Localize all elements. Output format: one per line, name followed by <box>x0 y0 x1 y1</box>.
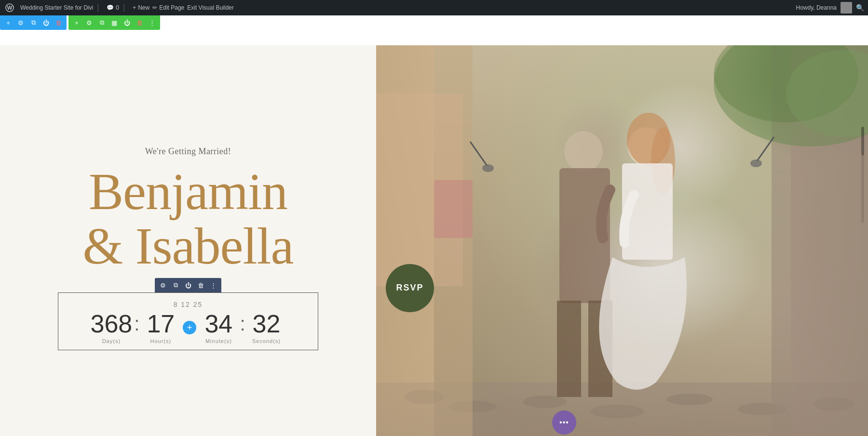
right-panel: RSVP ••• <box>376 45 868 436</box>
svg-rect-23 <box>557 301 581 397</box>
wp-logo: W <box>4 2 15 13</box>
seconds-label: Second(s) <box>252 338 281 344</box>
exit-builder-link[interactable]: Exit Visual Builder <box>187 4 234 11</box>
user-greeting: Howdy, Deanna <box>796 4 837 11</box>
left-panel: We're Getting Married! Benjamin & Isabel… <box>0 45 376 436</box>
couple-names: Benjamin & Isabella <box>83 164 294 274</box>
svg-point-18 <box>482 164 494 172</box>
pencil-icon: ✏ <box>152 4 157 11</box>
days-label: Day(s) <box>102 338 121 344</box>
separator-2: | <box>123 3 125 12</box>
module-disable-button[interactable]: ⏻ <box>183 280 193 291</box>
scroll-thumb <box>861 127 864 156</box>
countdown-hours: 17 Hour(s) <box>141 311 180 344</box>
scroll-hint <box>861 127 864 223</box>
svg-line-17 <box>470 142 487 166</box>
svg-line-19 <box>757 137 774 161</box>
hero-photo: RSVP ••• <box>376 45 868 436</box>
seconds-value: 32 <box>253 311 281 336</box>
row-delete-button[interactable]: 🗑 <box>53 17 64 28</box>
user-avatar <box>841 2 852 13</box>
admin-bar: W Wedding Starter Site for Divi | 💬 0 | … <box>0 0 868 15</box>
purple-menu-button[interactable]: ••• <box>552 410 576 435</box>
countdown-widget-container: ⚙ ⧉ ⏻ 🗑 ⋮ 8 12 25 368 Day(s) : 17 Hour(s… <box>58 292 318 350</box>
colon-1: : <box>134 313 139 343</box>
col-duplicate-button[interactable]: ⧉ <box>96 17 107 28</box>
new-label: New <box>138 4 149 11</box>
comment-icon: 💬 <box>107 4 114 11</box>
colon-2: : <box>240 313 245 343</box>
admin-bar-right: Howdy, Deanna 🔍 <box>796 2 865 13</box>
column-toolbar-green: + ⚙ ⧉ ▦ ⏻ 🗑 ⋮ <box>68 15 160 30</box>
svg-point-20 <box>750 159 762 167</box>
hours-label: Hour(s) <box>150 338 172 344</box>
countdown-numbers: 368 Day(s) : 17 Hour(s) + 34 Minute(s) : <box>70 311 306 344</box>
search-icon[interactable]: 🔍 <box>856 4 864 12</box>
comment-count: 0 <box>116 4 119 11</box>
name-line2: & Isabella <box>83 217 294 275</box>
new-link[interactable]: + New <box>133 4 149 11</box>
col-add-button[interactable]: + <box>71 17 82 28</box>
site-name[interactable]: Wedding Starter Site for Divi <box>20 4 93 11</box>
minutes-value: 34 <box>204 311 232 336</box>
plus-icon: + <box>133 4 136 11</box>
col-settings-button[interactable]: ⚙ <box>84 17 95 28</box>
row-settings-button[interactable]: ⚙ <box>15 17 26 28</box>
name-line1: Benjamin <box>89 163 287 220</box>
svg-point-5 <box>523 396 567 408</box>
module-settings-button[interactable]: ⚙ <box>158 280 168 291</box>
countdown-date: 8 12 25 <box>70 301 306 308</box>
purple-menu-icon: ••• <box>559 418 569 427</box>
module-duplicate-button[interactable]: ⧉ <box>170 280 181 291</box>
countdown-box: 8 12 25 368 Day(s) : 17 Hour(s) + 34 <box>58 292 318 350</box>
comment-link[interactable]: 💬 0 <box>107 4 119 11</box>
add-module-button[interactable]: + <box>183 321 196 334</box>
row-disable-button[interactable]: ⏻ <box>41 17 51 28</box>
edit-label: Edit Page <box>159 4 184 11</box>
module-toolbar: ⚙ ⧉ ⏻ 🗑 ⋮ <box>155 278 221 292</box>
divi-row-toolbar: + ⚙ ⧉ ⏻ 🗑 + ⚙ ⧉ ▦ ⏻ 🗑 ⋮ <box>0 15 160 30</box>
module-more-button[interactable]: ⋮ <box>208 280 218 291</box>
col-delete-button[interactable]: 🗑 <box>134 17 145 28</box>
row-toolbar-blue: + ⚙ ⧉ ⏻ 🗑 <box>0 15 67 30</box>
edit-page-link[interactable]: ✏ Edit Page <box>152 4 184 11</box>
couple-image <box>376 45 868 436</box>
separator-1: | <box>97 3 99 12</box>
rsvp-button[interactable]: RSVP <box>386 264 434 312</box>
minutes-label: Minute(s) <box>205 338 232 344</box>
countdown-minutes: 34 Minute(s) <box>199 311 238 344</box>
countdown-seconds: 32 Second(s) <box>247 311 286 344</box>
col-disable-button[interactable]: ⏻ <box>122 17 132 28</box>
svg-text:W: W <box>7 5 13 11</box>
col-layout-button[interactable]: ▦ <box>109 17 120 28</box>
svg-rect-16 <box>434 180 473 238</box>
svg-point-7 <box>666 394 713 405</box>
module-delete-button[interactable]: 🗑 <box>195 280 206 291</box>
days-value: 368 <box>90 311 132 336</box>
svg-point-6 <box>591 405 644 418</box>
main-content: We're Getting Married! Benjamin & Isabel… <box>0 45 868 436</box>
row-duplicate-button[interactable]: ⧉ <box>28 17 39 28</box>
col-more-button[interactable]: ⋮ <box>147 17 157 28</box>
rsvp-label: RSVP <box>396 283 423 293</box>
svg-point-21 <box>564 131 603 172</box>
countdown-days: 368 Day(s) <box>90 311 132 344</box>
row-add-button[interactable]: + <box>3 17 14 28</box>
hours-value: 17 <box>147 311 175 336</box>
subtitle-text: We're Getting Married! <box>145 146 231 157</box>
